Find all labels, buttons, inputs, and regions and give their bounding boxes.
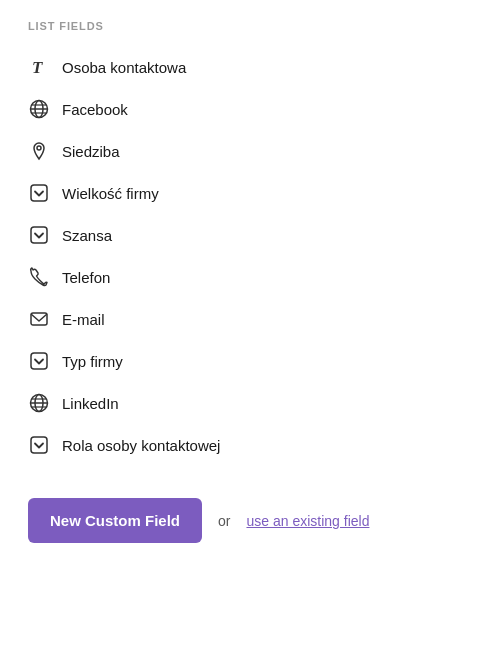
field-item-siedziba[interactable]: Siedziba <box>28 130 475 172</box>
field-item-telefon[interactable]: Telefon <box>28 256 475 298</box>
globe-icon <box>28 392 50 414</box>
footer: New Custom Field or use an existing fiel… <box>28 498 475 543</box>
phone-icon <box>28 266 50 288</box>
dropdown-icon <box>28 224 50 246</box>
dropdown-icon <box>28 350 50 372</box>
field-name: Typ firmy <box>62 353 123 370</box>
use-existing-field-link[interactable]: use an existing field <box>246 513 369 529</box>
field-item-wielkosc-firmy[interactable]: Wielkość firmy <box>28 172 475 214</box>
new-custom-field-button[interactable]: New Custom Field <box>28 498 202 543</box>
svg-rect-8 <box>31 227 47 243</box>
footer-separator: or <box>218 513 230 529</box>
svg-text:T: T <box>32 58 43 77</box>
field-item-email[interactable]: E-mail <box>28 298 475 340</box>
svg-rect-9 <box>31 313 47 325</box>
svg-rect-10 <box>31 353 47 369</box>
field-item-szansa[interactable]: Szansa <box>28 214 475 256</box>
field-name: Szansa <box>62 227 112 244</box>
field-item-facebook[interactable]: Facebook <box>28 88 475 130</box>
field-name: Rola osoby kontaktowej <box>62 437 220 454</box>
dropdown-icon <box>28 434 50 456</box>
svg-rect-7 <box>31 185 47 201</box>
field-item-rola-osoby-kontaktowej[interactable]: Rola osoby kontaktowej <box>28 424 475 466</box>
svg-rect-16 <box>31 437 47 453</box>
field-item-osoba-kontaktowa[interactable]: T Osoba kontaktowa <box>28 46 475 88</box>
field-name: Osoba kontaktowa <box>62 59 186 76</box>
field-name: Facebook <box>62 101 128 118</box>
email-icon <box>28 308 50 330</box>
location-icon <box>28 140 50 162</box>
field-item-typ-firmy[interactable]: Typ firmy <box>28 340 475 382</box>
globe-icon <box>28 98 50 120</box>
section-label: LIST FIELDS <box>28 20 475 32</box>
field-name: LinkedIn <box>62 395 119 412</box>
field-list: T Osoba kontaktowa Facebook Siedziba Wie… <box>28 46 475 466</box>
field-item-linkedin[interactable]: LinkedIn <box>28 382 475 424</box>
dropdown-icon <box>28 182 50 204</box>
field-name: Siedziba <box>62 143 120 160</box>
text-icon: T <box>28 56 50 78</box>
svg-point-6 <box>37 146 41 150</box>
field-name: Wielkość firmy <box>62 185 159 202</box>
field-name: E-mail <box>62 311 105 328</box>
list-fields-container: LIST FIELDS T Osoba kontaktowa Facebook … <box>0 0 503 573</box>
field-name: Telefon <box>62 269 110 286</box>
